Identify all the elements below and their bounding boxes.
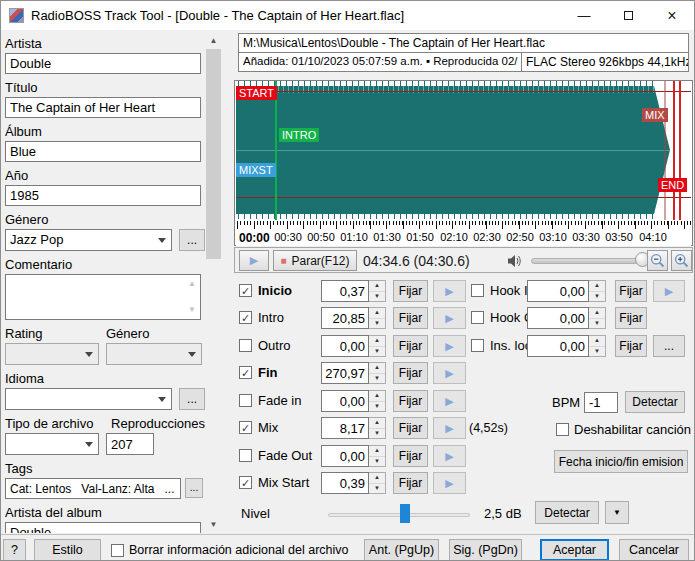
outro-checkbox[interactable] bbox=[239, 339, 252, 352]
intro-marker[interactable]: INTRO bbox=[279, 128, 319, 142]
spin-down-icon[interactable]: ▼ bbox=[369, 484, 385, 494]
artista-album-input[interactable] bbox=[5, 522, 201, 533]
nivel-detect-dropdown-button[interactable]: ▼ bbox=[605, 501, 629, 524]
next-track-button[interactable]: Sig. (PgDn) bbox=[449, 539, 522, 561]
nivel-detect-button[interactable]: Detectar bbox=[535, 501, 599, 524]
prev-track-button[interactable]: Ant. (PgUp) bbox=[364, 539, 439, 561]
fade-out-value-input[interactable] bbox=[321, 445, 369, 467]
mix-start-value-input[interactable] bbox=[321, 472, 369, 494]
hook-out-fijar-button[interactable]: Fijar bbox=[615, 307, 647, 329]
stop-button[interactable]: ■Parar(F12) bbox=[273, 250, 357, 271]
scroll-down-icon[interactable]: ▼ bbox=[205, 516, 222, 533]
intro-value-input[interactable] bbox=[321, 307, 369, 329]
spin-down-icon[interactable]: ▼ bbox=[369, 292, 385, 302]
play-button[interactable]: ▶ bbox=[239, 250, 269, 271]
disable-song-checkbox[interactable] bbox=[556, 423, 569, 436]
fade-in-fijar-button[interactable]: Fijar bbox=[393, 390, 428, 412]
spin-up-icon[interactable]: ▲ bbox=[369, 446, 385, 457]
mix-start-fijar-button[interactable]: Fijar bbox=[393, 472, 428, 494]
fade-in-play-button[interactable]: ▶ bbox=[433, 390, 466, 412]
ins-locuc-checkbox[interactable] bbox=[471, 339, 484, 352]
spin-down-icon[interactable]: ▼ bbox=[589, 347, 605, 357]
spin-up-icon[interactable]: ▲ bbox=[369, 308, 385, 319]
album-input[interactable] bbox=[5, 141, 201, 162]
mix-fijar-button[interactable]: Fijar bbox=[393, 417, 428, 439]
spin-down-icon[interactable]: ▼ bbox=[369, 374, 385, 384]
end-marker[interactable]: END bbox=[658, 178, 687, 192]
borrar-checkbox[interactable] bbox=[111, 544, 124, 557]
titulo-input[interactable] bbox=[5, 97, 201, 118]
spin-up-icon[interactable]: ▲ bbox=[369, 281, 385, 292]
hook-out-value-input[interactable] bbox=[527, 307, 589, 329]
spin-up-icon[interactable]: ▲ bbox=[589, 336, 605, 347]
fade-out-fijar-button[interactable]: Fijar bbox=[393, 445, 428, 467]
fade-in-checkbox[interactable] bbox=[239, 394, 252, 407]
nivel-slider[interactable] bbox=[328, 513, 470, 517]
help-button[interactable]: ? bbox=[3, 539, 26, 561]
inicio-play-button[interactable]: ▶ bbox=[433, 280, 466, 302]
hook-out-checkbox[interactable] bbox=[471, 311, 484, 324]
spin-up-icon[interactable]: ▲ bbox=[589, 308, 605, 319]
hook-in-value-input[interactable] bbox=[527, 280, 589, 302]
bpm-detect-button[interactable]: Detectar bbox=[625, 391, 685, 413]
mixstart-marker[interactable]: MIXST bbox=[236, 163, 276, 177]
zoom-in-button[interactable] bbox=[671, 250, 692, 271]
intro-checkbox[interactable]: ✓ bbox=[239, 311, 252, 324]
spin-down-icon[interactable]: ▼ bbox=[369, 347, 385, 357]
spin-up-icon[interactable]: ▲ bbox=[369, 473, 385, 484]
scrollbar-thumb[interactable] bbox=[206, 49, 221, 259]
fecha-inicio-fin-button[interactable]: Fecha inicio/fin emision bbox=[554, 450, 688, 473]
fin-fijar-button[interactable]: Fijar bbox=[393, 362, 428, 384]
mix-value-input[interactable] bbox=[321, 417, 369, 439]
mix-checkbox[interactable]: ✓ bbox=[239, 421, 252, 434]
inicio-checkbox[interactable]: ✓ bbox=[239, 284, 252, 297]
spin-down-icon[interactable]: ▼ bbox=[369, 457, 385, 467]
spin-up-icon[interactable]: ▲ bbox=[369, 363, 385, 374]
genero-select[interactable]: Jazz Pop bbox=[5, 229, 172, 251]
spin-up-icon[interactable]: ▲ bbox=[589, 281, 605, 292]
ins-locuc-value-input[interactable] bbox=[527, 335, 589, 357]
mix-marker[interactable]: MIX bbox=[642, 108, 668, 122]
inicio-fijar-button[interactable]: Fijar bbox=[393, 280, 428, 302]
inicio-value-input[interactable] bbox=[321, 280, 369, 302]
estilo-button[interactable]: Estilo bbox=[34, 539, 101, 561]
fin-value-input[interactable] bbox=[321, 362, 369, 384]
fade-in-value-input[interactable] bbox=[321, 390, 369, 412]
bpm-input[interactable] bbox=[584, 392, 618, 413]
outro-value-input[interactable] bbox=[321, 335, 369, 357]
spin-down-icon[interactable]: ▼ bbox=[589, 292, 605, 302]
zoom-out-button[interactable] bbox=[647, 250, 668, 271]
mix-play-button[interactable]: ▶ bbox=[433, 417, 466, 439]
accept-button[interactable]: Aceptar bbox=[540, 539, 609, 561]
hook-in-fijar-button[interactable]: Fijar bbox=[615, 280, 647, 302]
spin-down-icon[interactable]: ▼ bbox=[369, 319, 385, 329]
spin-down-icon[interactable]: ▼ bbox=[369, 429, 385, 439]
genero-more-button[interactable]: ... bbox=[179, 229, 205, 251]
mix-start-checkbox[interactable]: ✓ bbox=[239, 476, 252, 489]
volume-slider[interactable] bbox=[531, 258, 649, 264]
spin-down-icon[interactable]: ▼ bbox=[369, 402, 385, 412]
scroll-up-icon[interactable]: ▲ bbox=[205, 32, 222, 49]
spin-up-icon[interactable]: ▲ bbox=[369, 418, 385, 429]
ano-input[interactable] bbox=[5, 185, 201, 206]
start-marker[interactable]: START bbox=[236, 86, 277, 100]
cancel-button[interactable]: Cancelar bbox=[619, 539, 689, 561]
outro-play-button[interactable]: ▶ bbox=[433, 335, 466, 357]
fin-checkbox[interactable]: ✓ bbox=[239, 366, 252, 379]
ins-locuc-more-button[interactable]: ... bbox=[653, 335, 685, 357]
hook-in-checkbox[interactable] bbox=[471, 284, 484, 297]
close-button[interactable]: × bbox=[650, 1, 694, 30]
artista-input[interactable] bbox=[5, 53, 201, 74]
intro-play-button[interactable]: ▶ bbox=[433, 307, 466, 329]
spin-down-icon[interactable]: ▼ bbox=[589, 319, 605, 329]
mix-start-play-button[interactable]: ▶ bbox=[433, 472, 466, 494]
intro-fijar-button[interactable]: Fijar bbox=[393, 307, 428, 329]
outro-fijar-button[interactable]: Fijar bbox=[393, 335, 428, 357]
ins-locuc-fijar-button[interactable]: Fijar bbox=[615, 335, 647, 357]
nivel-slider-thumb[interactable] bbox=[400, 504, 410, 523]
fade-out-checkbox[interactable] bbox=[239, 449, 252, 462]
minimize-button[interactable]: — bbox=[562, 1, 606, 30]
spin-up-icon[interactable]: ▲ bbox=[369, 391, 385, 402]
maximize-button[interactable] bbox=[606, 1, 650, 30]
waveform-canvas[interactable]: START INTRO MIXST MIX END bbox=[236, 81, 691, 220]
